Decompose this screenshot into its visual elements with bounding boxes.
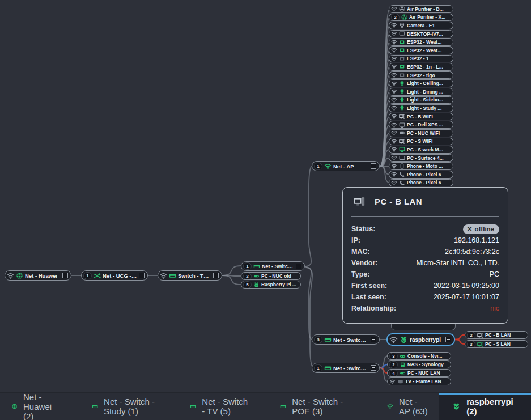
node-ap-child[interactable]: Air Purifier - D... [389,5,453,13]
node-ap-child[interactable]: Phone - Pixel 6 [389,179,453,187]
port-badge: 2 [243,273,252,280]
wifi-icon [391,105,397,111]
node-raspberrypi[interactable]: raspberrypi [387,334,454,345]
wifi-icon [387,401,393,411]
node-switch-tp[interactable]: Switch - TP li... [158,270,222,281]
gamepad-icon [400,353,406,359]
node-ap-child[interactable]: PC - Surface 4... [389,154,453,162]
node-raspberry-pi[interactable]: 5 Raspberry Pi ... [241,281,301,289]
monitor-icon [399,122,405,128]
node-net-switch-tv[interactable]: 3 Net - Switch - ... [312,334,380,345]
node-label: PC - Surface 4... [407,155,450,161]
node-ap-child[interactable]: Light - Dining ... [389,88,453,96]
node-pc-s-lan[interactable]: 3 PC - S LAN [465,340,528,348]
node-pc-b-lan[interactable]: 2 PC - B LAN [465,331,528,339]
node-label: Camera - E1 [407,23,450,28]
node-net-switch-study[interactable]: 1 Net - Switch - ... [241,261,305,271]
node-ap-child[interactable]: DESKTOP-IV7... [389,30,453,38]
node-label: NAS - Synology [407,362,448,367]
node-ap-child[interactable]: Phone - Pixel 6 [389,171,453,179]
collapse-button[interactable] [296,264,301,269]
node-label: Light - Sidebo... [407,97,450,103]
node-ap-child[interactable]: ESP32 - Weat... [389,38,453,46]
collapse-button[interactable] [371,365,376,371]
collapse-button[interactable] [213,273,219,278]
node-nas-synology[interactable]: 2 NAS - Synology [387,360,451,368]
port-badge: 1 [314,163,322,170]
node-ap-child[interactable]: PC - S work M... [389,146,453,154]
node-ap-child[interactable]: ESP32 - 1n - L... [389,63,453,71]
tab-net-ap-63[interactable]: Net - AP (63) [377,393,439,420]
node-ap-child[interactable]: ESP32 - 1 [389,55,453,63]
tab-net-switch-tv-5[interactable]: Net - Switch - TV (5) [180,393,260,420]
node-net-huawei[interactable]: Net - Huawei [5,270,71,281]
node-ap-child[interactable]: Phone - Moto ... [389,162,453,170]
wifi-icon [391,180,397,186]
node-label: Net - UCG - Ul... [103,273,137,279]
node-label: PC - S work M... [407,147,450,152]
tooltip-row-value: 2025-07-17 10:01:07 [434,293,499,301]
node-ap-child[interactable]: PC - Dell XPS ... [389,121,453,129]
node-tv-frame-lan[interactable]: TV - Frame LAN [387,377,451,385]
fan-icon [399,6,405,12]
node-net-ap[interactable]: 1 Net - AP [312,161,380,171]
tooltip-row-value: nic [490,304,499,312]
globe-icon [11,401,18,411]
node-ap-child[interactable]: Light - Ceiling... [389,79,453,87]
node-ap-child[interactable]: Light - Study ... [389,104,453,112]
node-ap-child[interactable]: PC - NUC WIFI [389,129,453,137]
port-badge: 4 [389,370,398,377]
wifi-icon [160,272,167,279]
node-ap-child[interactable]: ESP32 - Weat... [389,46,453,54]
tooltip-row-value: 2022-03-15 09:25:00 [434,282,499,290]
monitor-icon [399,31,405,37]
tab-net-huawei-2[interactable]: Net - Huawei (2) [1,393,71,420]
tab-net-switch-study-1[interactable]: Net - Switch - Study (1) [82,393,168,420]
wifi-icon [391,146,397,152]
node-pc-nuc-old[interactable]: 2 PC - NUC old [241,272,301,280]
node-ap-child[interactable]: PC - B WIFI [389,113,453,121]
network-topology-canvas: Net - Huawei1 Net - UCG - Ul... Switch -… [0,0,531,420]
node-label: Light - Ceiling... [407,80,450,86]
tab-label: Net - Switch - Study (1) [104,397,158,416]
port-badge: 3 [389,353,398,360]
node-label: Phone - Moto ... [407,163,450,169]
monitor-icon [399,146,405,152]
raspberry-icon [253,282,260,288]
port-badge: 2 [391,14,400,21]
collapse-button[interactable] [62,273,68,278]
node-label: PC - NUC old [261,273,298,279]
collapse-button[interactable] [371,163,376,169]
node-ap-child[interactable]: PC - S WIFI [389,138,453,146]
wifi-icon [391,80,397,87]
node-label: ESP32 - 1 [407,56,450,61]
collapse-button[interactable] [139,273,145,278]
collapse-button[interactable] [371,337,376,342]
collapse-button[interactable] [445,337,451,342]
edge [305,166,312,266]
node-ap-child[interactable]: Camera - E1 [389,22,453,29]
node-net-ucg[interactable]: 1 Net - UCG - Ul... [81,270,148,281]
node-label: raspberrypi [410,337,444,343]
tooltip-row-label: Relationship: [351,304,396,312]
chip-icon [399,72,405,78]
tab-raspberrypi-2[interactable]: raspberrypi (2) [439,393,531,420]
node-ap-child[interactable]: ESP32 - tigo [389,71,453,79]
node-ap-child[interactable]: 2 Air Purifier - X... [389,14,453,22]
wifi-icon [389,379,396,385]
node-ap-child[interactable]: Light - Sidebo... [389,96,453,104]
tab-net-switch-poe-3[interactable]: Net - Switch - POE (3) [270,393,354,420]
bulb-icon [399,88,405,95]
pc-icon [477,332,483,338]
switch-icon [324,336,332,343]
node-label: Light - Dining ... [407,89,450,95]
tooltip-row-value: Micro-Star INTL CO., LTD. [416,259,499,267]
tooltip-row-label: MAC: [351,248,370,256]
node-label: Net - Switch - ... [262,264,294,269]
tooltip-row: Type:PC [351,269,499,280]
wifi-icon [391,63,397,70]
node-console-nvidia[interactable]: 3 Console - Nvi... [387,352,451,360]
dongle-icon [399,130,405,136]
node-net-switch-poe[interactable]: 1 Net - Switch - ... [312,363,380,373]
node-pc-nuc-lan[interactable]: 4 PC - NUC LAN [387,369,451,377]
